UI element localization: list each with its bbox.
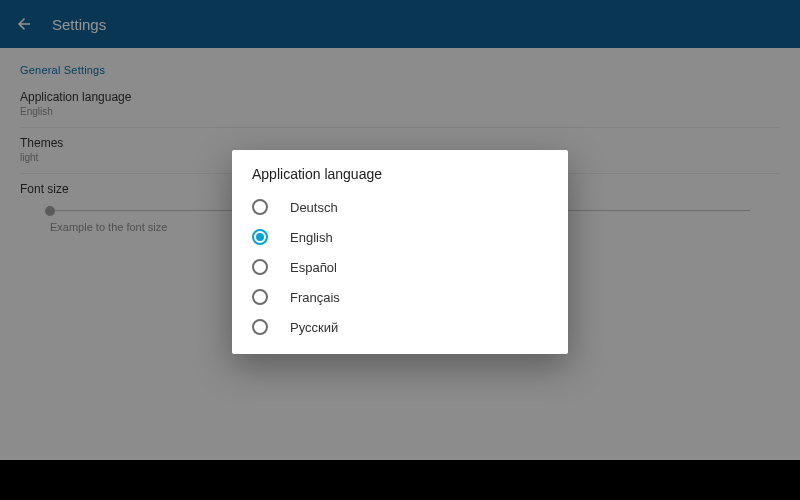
radio-icon xyxy=(252,319,268,335)
radio-icon xyxy=(252,199,268,215)
app-screen: Settings General Settings Application la… xyxy=(0,0,800,460)
language-option-deutsch[interactable]: Deutsch xyxy=(232,192,568,222)
option-label: Deutsch xyxy=(290,200,338,215)
system-nav-bar xyxy=(0,460,800,500)
modal-overlay[interactable]: Application language Deutsch English Esp… xyxy=(0,0,800,460)
radio-icon xyxy=(252,289,268,305)
language-dialog: Application language Deutsch English Esp… xyxy=(232,150,568,354)
option-label: Français xyxy=(290,290,340,305)
option-label: Español xyxy=(290,260,337,275)
radio-icon xyxy=(252,259,268,275)
language-option-francais[interactable]: Français xyxy=(232,282,568,312)
language-option-espanol[interactable]: Español xyxy=(232,252,568,282)
dialog-title: Application language xyxy=(232,166,568,192)
language-option-russian[interactable]: Русский xyxy=(232,312,568,342)
language-option-english[interactable]: English xyxy=(232,222,568,252)
option-label: English xyxy=(290,230,333,245)
option-label: Русский xyxy=(290,320,338,335)
radio-icon xyxy=(252,229,268,245)
